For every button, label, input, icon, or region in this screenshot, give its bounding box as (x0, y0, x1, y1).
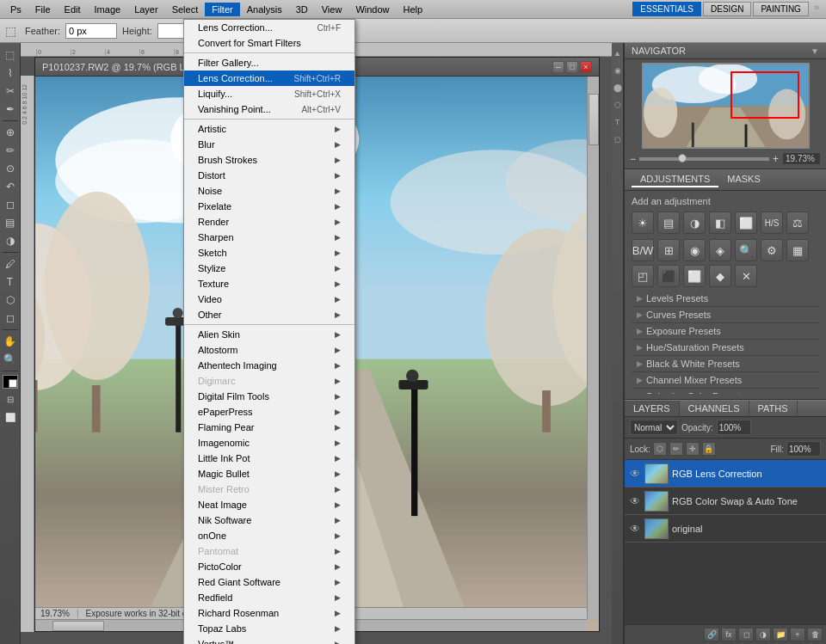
rstrip-btn6[interactable]: ◻ (613, 132, 623, 147)
lock-all[interactable]: 🔒 (702, 442, 716, 456)
tool-dodge[interactable]: ◑ (2, 232, 19, 249)
tool-hand[interactable]: ✋ (2, 333, 19, 350)
adj-icon-brightness[interactable]: ☀ (632, 212, 654, 234)
adj-icon-vibrance[interactable]: ⬜ (735, 212, 757, 234)
menu-ps[interactable]: Ps (3, 3, 28, 16)
tool-path[interactable]: ⬡ (2, 291, 19, 309)
filter-epaperpress[interactable]: ePaperPress ▶ (184, 404, 354, 420)
adj-icon-hue-sat[interactable]: H/S (761, 212, 783, 234)
menu-help[interactable]: Help (397, 3, 430, 16)
feather-input[interactable] (65, 23, 117, 39)
filter-alien-skin[interactable]: Alien Skin ▶ (184, 327, 354, 342)
tool-marquee[interactable]: ⬚ (2, 46, 19, 64)
filter-blur[interactable]: Blur ▶ (184, 137, 354, 152)
filter-render[interactable]: Render ▶ (184, 214, 354, 230)
adj-icon-levels[interactable]: ▤ (657, 212, 680, 234)
tool-mask-mode[interactable]: ⊟ (2, 390, 19, 408)
adj-icon-invert[interactable]: ◈ (709, 239, 731, 261)
layer-mask-btn[interactable]: ◻ (738, 628, 754, 641)
filter-gallery[interactable]: Filter Gallery... (184, 55, 354, 71)
zoom-in-icon[interactable]: + (773, 153, 779, 165)
filter-athentech[interactable]: Athentech Imaging ▶ (184, 358, 354, 373)
tab-adjustments[interactable]: ADJUSTMENTS (632, 172, 718, 187)
tab-channels[interactable]: CHANNELS (680, 401, 749, 416)
zoom-value-input[interactable] (782, 152, 821, 165)
filter-pictocolor[interactable]: PictoColor ▶ (184, 559, 354, 574)
adj-icon-white[interactable]: ⬜ (683, 265, 706, 287)
tool-gradient[interactable]: ▤ (2, 214, 19, 231)
layer-link-btn[interactable]: 🔗 (704, 628, 719, 641)
rstrip-btn3[interactable]: ⬤ (613, 80, 623, 95)
preset-exposure[interactable]: ▶ Exposure Presets (632, 323, 819, 340)
h-scroll-thumb[interactable] (52, 621, 104, 631)
preset-bw[interactable]: ▶ Black & White Presets (632, 356, 819, 372)
layer-new-btn[interactable]: + (790, 628, 805, 641)
adj-icon-photo-filter[interactable]: ⊞ (657, 239, 680, 261)
layer-visibility[interactable]: 👁 (628, 522, 642, 536)
filter-convert-smart[interactable]: Convert for Smart Filters (184, 35, 354, 51)
vertical-scrollbar[interactable] (587, 77, 599, 619)
menu-select[interactable]: Select (165, 3, 206, 16)
filter-liquify[interactable]: Liquify... Shift+Ctrl+X (184, 86, 354, 101)
tab-masks[interactable]: MASKS (718, 172, 769, 187)
ws-painting[interactable]: PAINTING (753, 2, 808, 16)
layer-fx-btn[interactable]: fx (721, 628, 737, 641)
filter-distort[interactable]: Distort ▶ (184, 168, 354, 183)
adj-icon-channel-mix[interactable]: ◉ (683, 239, 706, 261)
tool-brush[interactable]: ✏ (2, 142, 19, 159)
v-scroll-thumb[interactable] (589, 94, 599, 145)
layer-item[interactable]: 👁 RGB Color Swap & Auto Tone (625, 488, 826, 515)
filter-richard-rosenman[interactable]: Richard Rosenman ▶ (184, 605, 354, 621)
tool-eraser[interactable]: ◻ (2, 196, 19, 213)
lock-transparent[interactable]: ⬡ (653, 442, 667, 456)
tab-paths[interactable]: PATHS (749, 401, 798, 416)
tool-crop[interactable]: ✂ (2, 83, 19, 100)
filter-artistic[interactable]: Artistic ▶ (184, 121, 354, 137)
filter-little-ink-pot[interactable]: Little Ink Pot ▶ (184, 451, 354, 466)
adj-icon-back[interactable]: ⬛ (657, 265, 680, 287)
filter-lens-correction-top[interactable]: Lens Correction... Ctrl+F (184, 20, 354, 35)
close-button[interactable]: × (580, 61, 592, 73)
fill-input[interactable] (786, 441, 821, 457)
tool-history[interactable]: ↶ (2, 178, 19, 195)
adj-icon-bw[interactable]: B/W (632, 239, 654, 261)
tab-layers[interactable]: LAYERS (625, 401, 680, 416)
zoom-slider-thumb[interactable] (678, 154, 687, 163)
menu-window[interactable]: Window (348, 3, 396, 16)
menu-image[interactable]: Image (88, 3, 128, 16)
adj-icon-curves[interactable]: ◑ (683, 212, 706, 234)
opacity-input[interactable] (717, 420, 751, 435)
preset-sel-color[interactable]: ▶ Selective Color Presets (632, 389, 819, 394)
filter-noise[interactable]: Noise ▶ (184, 183, 354, 199)
adj-icon-exposure[interactable]: ◧ (709, 212, 731, 234)
filter-onone[interactable]: onOne ▶ (184, 528, 354, 543)
filter-vertus[interactable]: Vertus™ ▶ (184, 636, 354, 644)
zoom-out-icon[interactable]: − (630, 153, 636, 165)
filter-lens-correction[interactable]: Lens Correction... Shift+Ctrl+R (184, 71, 354, 86)
filter-vanishing-point[interactable]: Vanishing Point... Alt+Ctrl+V (184, 101, 354, 117)
tool-lasso[interactable]: ⌇ (2, 64, 19, 82)
layer-visibility[interactable]: 👁 (628, 467, 642, 481)
tool-clone[interactable]: ⊙ (2, 160, 19, 177)
maximize-button[interactable]: □ (566, 61, 578, 73)
lock-position[interactable]: ✛ (686, 442, 700, 456)
layer-group-btn[interactable]: 📁 (773, 628, 788, 641)
adj-icon-delete[interactable]: ✕ (735, 265, 757, 287)
layer-item[interactable]: 👁 original (625, 515, 826, 543)
preset-channel-mix[interactable]: ▶ Channel Mixer Presets (632, 372, 819, 389)
adj-icon-edit[interactable]: ◆ (709, 265, 731, 287)
adj-icon-posterize[interactable]: 🔍 (735, 239, 757, 261)
rstrip-btn5[interactable]: T (613, 114, 623, 130)
minimize-button[interactable]: ─ (552, 61, 564, 73)
layer-delete-btn[interactable]: 🗑 (807, 628, 823, 641)
nav-expand-icon[interactable]: ▼ (811, 46, 819, 56)
foreground-color[interactable] (3, 375, 18, 389)
preset-levels[interactable]: ▶ Levels Presets (632, 291, 819, 307)
menu-3d[interactable]: 3D (289, 3, 315, 16)
blend-mode-select[interactable]: Normal Multiply Screen (630, 420, 678, 435)
tool-zoom[interactable]: 🔍 (2, 351, 19, 368)
filter-digital-film[interactable]: Digital Film Tools ▶ (184, 389, 354, 404)
adj-icon-sel-color[interactable]: ◰ (632, 265, 654, 287)
tool-pen[interactable]: 🖊 (2, 255, 19, 273)
menu-analysis[interactable]: Analysis (240, 3, 289, 16)
